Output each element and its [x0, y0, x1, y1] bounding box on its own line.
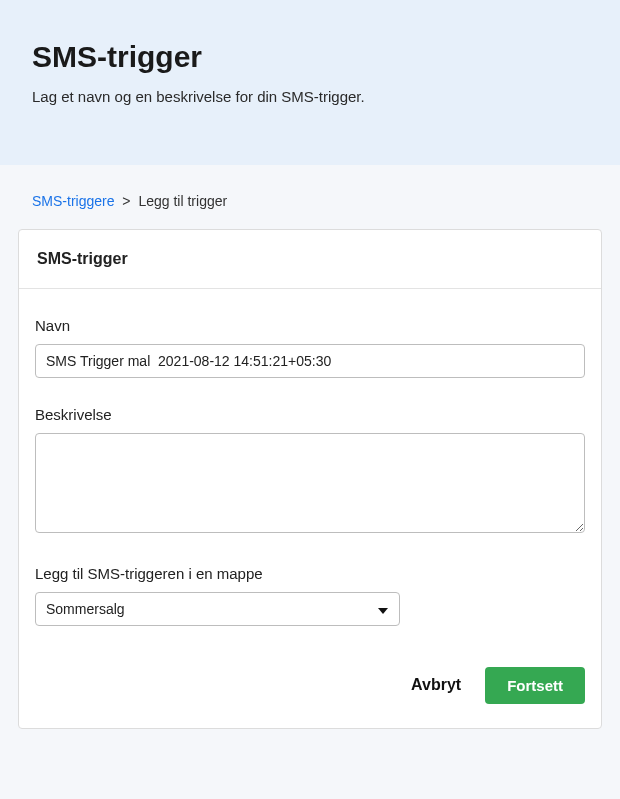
form-card: SMS-trigger Navn Beskrivelse Legg til SM… — [18, 229, 602, 729]
page-subtitle: Lag et navn og en beskrivelse for din SM… — [32, 88, 588, 105]
breadcrumb-parent-link[interactable]: SMS-triggere — [32, 193, 114, 209]
breadcrumb: SMS-triggere > Legg til trigger — [32, 193, 602, 209]
description-input[interactable] — [35, 433, 585, 533]
breadcrumb-separator: > — [122, 193, 130, 209]
action-row: Avbryt Fortsett — [35, 666, 585, 704]
folder-select-wrap: Sommersalg — [35, 592, 400, 626]
name-label: Navn — [35, 317, 585, 334]
folder-select[interactable]: Sommersalg — [35, 592, 400, 626]
name-input[interactable] — [35, 344, 585, 378]
card-body: Navn Beskrivelse Legg til SMS-triggeren … — [19, 289, 601, 728]
card-header: SMS-trigger — [19, 230, 601, 289]
card-title: SMS-trigger — [37, 250, 583, 268]
folder-field-group: Legg til SMS-triggeren i en mappe Sommer… — [35, 565, 585, 626]
page-title: SMS-trigger — [32, 40, 588, 74]
folder-label: Legg til SMS-triggeren i en mappe — [35, 565, 585, 582]
continue-button[interactable]: Fortsett — [485, 667, 585, 704]
page-header: SMS-trigger Lag et navn og en beskrivels… — [0, 0, 620, 165]
description-label: Beskrivelse — [35, 406, 585, 423]
description-field-group: Beskrivelse — [35, 406, 585, 537]
name-field-group: Navn — [35, 317, 585, 378]
page-content: SMS-triggere > Legg til trigger SMS-trig… — [0, 165, 620, 747]
cancel-button[interactable]: Avbryt — [407, 666, 465, 704]
breadcrumb-current: Legg til trigger — [138, 193, 227, 209]
